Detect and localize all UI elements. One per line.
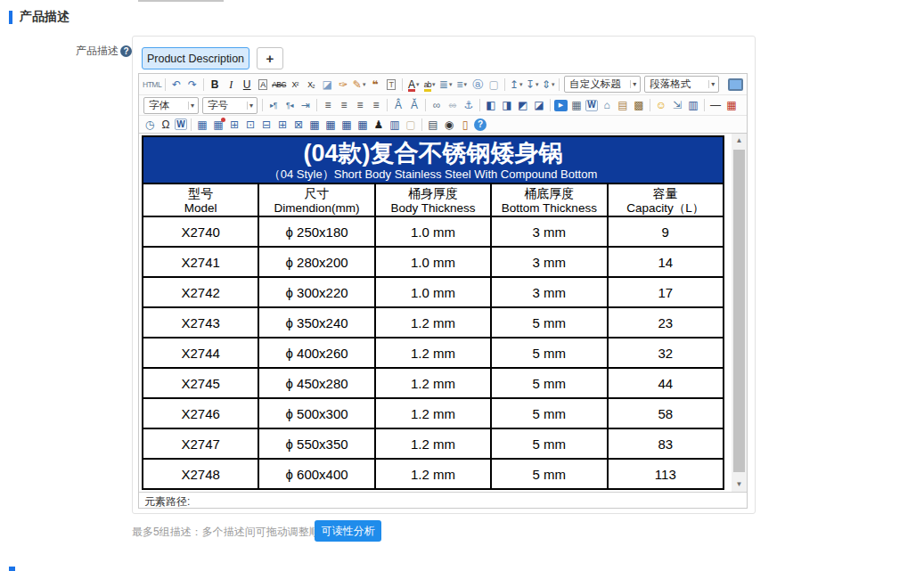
table-cell[interactable]: 17 (608, 277, 724, 307)
table-cell[interactable]: X2743 (143, 307, 258, 338)
word-import-icon[interactable]: W (585, 100, 598, 111)
letter-spacing-icon[interactable]: ⇕▾ (541, 77, 555, 92)
table-properties-icon[interactable]: ⊞ (227, 117, 241, 132)
strikethrough-icon[interactable]: ABC (272, 77, 286, 92)
table-cell[interactable]: X2745 (143, 368, 258, 398)
merge-right-icon[interactable]: ▦ (307, 117, 322, 132)
table-cell[interactable]: 1.0 mm (375, 277, 491, 307)
table-cell[interactable]: 1.0 mm (375, 247, 491, 277)
unordered-list-icon[interactable]: ≡▾ (454, 77, 469, 92)
column-header[interactable]: 型号Model (143, 184, 258, 216)
line-spacing-icon[interactable]: ↧▾ (525, 77, 539, 92)
ordered-list-icon[interactable]: ≣▾ (438, 77, 453, 92)
delete-table-icon[interactable]: ▦ (211, 117, 225, 132)
blockquote-icon[interactable]: ❝ (368, 77, 382, 92)
char-border-icon[interactable]: A (256, 77, 270, 92)
custom-heading-select[interactable]: 自定义标题▾ (564, 76, 641, 93)
image-icon[interactable]: ▩ (632, 98, 646, 113)
paragraph-format-select[interactable]: 段落格式▾ (644, 76, 719, 93)
italic-icon[interactable]: I (224, 77, 238, 92)
scroll-down-icon[interactable]: ▼ (732, 477, 747, 492)
align-left-icon[interactable]: ≡ (321, 98, 335, 113)
editor-content[interactable]: (04款)复合不锈钢矮身锅 （04 Style）Short Body Stain… (139, 134, 732, 492)
redo-icon[interactable]: ↷ (185, 77, 200, 92)
table-cell[interactable]: 5 mm (491, 398, 607, 428)
rtl-paragraph-icon[interactable]: ¶◂ (282, 98, 297, 113)
table-cell[interactable]: 1.2 mm (375, 398, 491, 428)
paste-cell-icon[interactable]: ▢ (404, 117, 418, 132)
table-cell[interactable]: 1.0 mm (375, 216, 491, 247)
table-cell[interactable]: 5 mm (491, 459, 607, 489)
cell-properties-icon[interactable]: ⊡ (243, 117, 258, 132)
new-page-icon[interactable]: ▢ (487, 77, 501, 92)
horizontal-rule-icon[interactable]: — (708, 98, 723, 113)
align-center-icon[interactable]: ≡ (337, 98, 351, 113)
table-cell[interactable]: X2747 (143, 428, 258, 459)
columns-icon[interactable]: ▥ (686, 98, 700, 113)
table-cell[interactable]: ϕ 400x260 (258, 338, 374, 368)
emoticon-icon[interactable]: ☺ (654, 98, 668, 113)
column-width-icon[interactable]: ▥ (388, 117, 402, 132)
table-cell[interactable]: ϕ 600x400 (258, 459, 374, 489)
page-break-icon[interactable]: ⇲ (670, 98, 684, 113)
indent-left-icon[interactable]: ◧ (484, 98, 498, 113)
table-cell[interactable]: 9 (608, 216, 724, 247)
table-cell[interactable]: 14 (608, 247, 724, 277)
align-justify-icon[interactable]: ≡ (369, 98, 383, 113)
print-icon[interactable]: ▤ (426, 117, 440, 132)
table-cell[interactable]: X2740 (143, 216, 258, 247)
html-source-icon[interactable]: HTML (143, 77, 161, 92)
table-cell[interactable]: 1.2 mm (375, 459, 491, 489)
underline-icon[interactable]: U (240, 77, 254, 92)
table-cell[interactable]: ϕ 350x240 (258, 307, 374, 338)
table-cell[interactable]: 3 mm (491, 277, 607, 307)
delete-row-icon[interactable]: ⊠ (291, 117, 306, 132)
table-cell[interactable]: X2742 (143, 277, 258, 307)
eraser-icon[interactable]: ◪ (320, 77, 334, 92)
table-cell[interactable]: 1.2 mm (375, 307, 491, 338)
readability-analysis-button[interactable]: 可读性分析 (315, 520, 381, 542)
lowercase-icon[interactable]: Ǎ (407, 98, 421, 113)
highlight-color-icon[interactable]: ab▾ (422, 77, 437, 92)
table-cell[interactable]: 3 mm (491, 216, 607, 247)
add-description-button[interactable]: + (257, 47, 283, 69)
subscript-icon[interactable]: X₂ (304, 77, 318, 92)
table-cell[interactable]: 32 (608, 338, 724, 368)
insert-column-icon[interactable]: ⊞ (275, 117, 290, 132)
anchor-icon[interactable]: ⚓ (462, 98, 476, 113)
scrollbar-thumb[interactable] (733, 150, 745, 472)
table-cell[interactable]: 5 mm (491, 368, 607, 398)
upload-icon[interactable]: ⌂ (600, 98, 614, 113)
clipboard-icon[interactable]: ▯ (458, 117, 472, 132)
column-header[interactable]: 桶底厚度Bottom Thickness (491, 184, 607, 216)
film-icon[interactable]: ▦ (569, 98, 584, 113)
table-cell[interactable]: 58 (608, 398, 724, 428)
table-cell[interactable]: 3 mm (491, 247, 607, 277)
find-replace-icon[interactable]: ◉ (442, 117, 456, 132)
table-cell[interactable]: X2746 (143, 398, 258, 428)
font-size-select[interactable]: 字号▾ (202, 97, 258, 114)
table-cell[interactable]: 44 (608, 368, 724, 398)
align-right-icon[interactable]: ≡ (353, 98, 367, 113)
bold-icon[interactable]: B (208, 77, 222, 92)
vertical-scrollbar[interactable]: ▲ ▼ (732, 134, 747, 492)
scroll-up-icon[interactable]: ▲ (732, 134, 747, 148)
table-cell[interactable]: X2748 (143, 459, 258, 489)
font-family-select[interactable]: 字体▾ (143, 97, 199, 114)
video-icon[interactable]: ▶ (554, 100, 568, 111)
column-header[interactable]: 尺寸Dimendion(mm) (258, 184, 374, 216)
history-icon[interactable]: ◷ (143, 117, 157, 132)
table-cell[interactable]: X2741 (143, 247, 258, 277)
tab-product-description[interactable]: Product Description (142, 47, 249, 69)
insert-table-icon[interactable]: ▦ (195, 117, 209, 132)
help-icon[interactable]: ? (120, 45, 132, 57)
paste-as-text-icon[interactable]: T (384, 77, 398, 92)
column-header[interactable]: 容量Capacity（L） (608, 184, 724, 216)
column-header[interactable]: 桶身厚度Body Thickness (375, 184, 491, 216)
table-cell[interactable]: 1.2 mm (375, 338, 491, 368)
media-icon[interactable]: ▤ (616, 98, 630, 113)
special-char-icon[interactable]: Ω (159, 117, 173, 132)
table-cell[interactable]: ϕ 500x300 (258, 398, 374, 428)
undo-icon[interactable]: ↶ (169, 77, 184, 92)
table-cell[interactable]: ϕ 300x220 (258, 277, 374, 307)
